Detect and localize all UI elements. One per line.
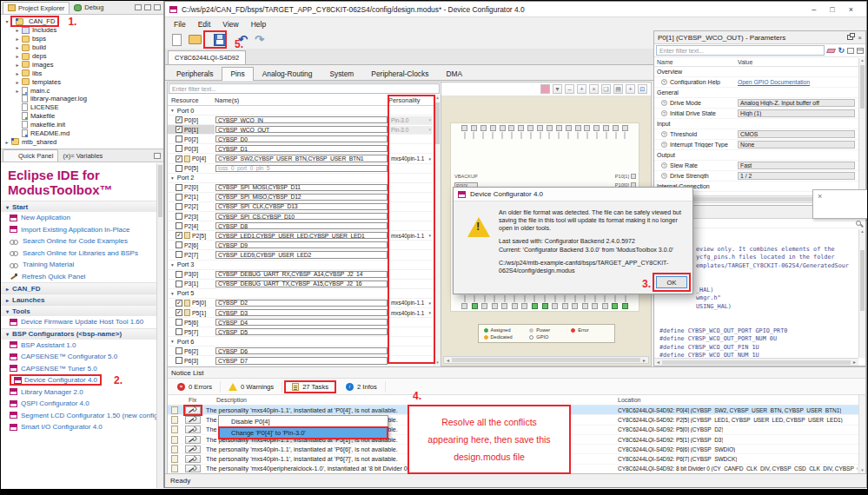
pin-name-input[interactable]: CYBSP_SPI_MOSI,CYBSP_D11 xyxy=(215,184,388,191)
column-description[interactable]: Description xyxy=(216,397,247,403)
pin-row[interactable]: P0[3]CYBSP_D1 xyxy=(168,144,441,154)
package-pin[interactable] xyxy=(532,303,538,309)
package-pin[interactable] xyxy=(622,125,628,131)
quick-panel-scrollbar[interactable] xyxy=(156,163,163,488)
param-row[interactable]: ?Drive ModeAnalog High-Z. Input buffer o… xyxy=(654,98,865,109)
package-pin[interactable] xyxy=(603,125,609,131)
package-pin[interactable] xyxy=(471,125,477,131)
checkbox-icon[interactable]: ✓ xyxy=(176,155,182,162)
param-value-box[interactable]: High (1) xyxy=(738,109,855,117)
pin-row[interactable]: P5[6]CYBSP_D4 xyxy=(168,318,441,327)
fix-wrench-button[interactable] xyxy=(185,455,201,463)
pin-name-input[interactable]: CYBSP_D1 xyxy=(215,145,388,152)
package-pin[interactable] xyxy=(572,303,578,309)
expand-arrow-icon[interactable]: ▸ xyxy=(14,36,21,42)
help-icon[interactable]: ? xyxy=(661,173,667,179)
param-value-box[interactable]: Fast xyxy=(738,162,855,169)
context-menu-item[interactable]: Disable P0[4] xyxy=(219,416,388,427)
pin-row[interactable]: ✓P2[5]CYBSP_LED1,CYBSP_USER_LED,CYBSP_US… xyxy=(168,231,441,241)
tree-item[interactable]: ▸main.c xyxy=(1,86,163,95)
pin-row[interactable]: ✓P5[1]CYBSP_D3mxs40pin-1.1▾ xyxy=(168,308,441,318)
package-pin[interactable] xyxy=(521,303,527,309)
quick-panel-item[interactable]: QSPI Configurator 4.0 xyxy=(1,398,156,410)
pin-name-input[interactable]: CYBSP_LED9,CYBSP_USER_LED2 xyxy=(215,251,388,258)
pin-name-input[interactable]: CYBSP_SPI_CLK,CYBSP_D13 xyxy=(215,203,388,210)
quick-panel-item[interactable]: Device Configurator 4.02. xyxy=(1,374,156,386)
checkbox-icon[interactable] xyxy=(176,328,182,335)
code-hscrollbar[interactable]: ◄► xyxy=(654,358,858,366)
copy-icon[interactable]: ❏ xyxy=(601,84,611,94)
column-location[interactable]: Location xyxy=(618,397,640,403)
checkbox-icon[interactable]: ✓ xyxy=(176,232,182,239)
filter-icon[interactable]: ▼ xyxy=(553,84,562,94)
pin-row[interactable]: P2[1]CYBSP_SPI_MISO,CYBSP_D12 xyxy=(168,193,441,202)
minimize-button[interactable]: – xyxy=(812,5,816,14)
tab--x-variables[interactable]: (x)= Variables xyxy=(58,150,107,162)
pin-name-input[interactable]: CYBSP_D0 xyxy=(215,135,388,142)
package-pin[interactable] xyxy=(556,125,562,131)
pin-name-input[interactable]: CYBSP_D5 xyxy=(215,328,388,335)
quick-panel-item[interactable]: Segment LCD Configurator 1.50 (new confi… xyxy=(1,410,156,422)
checkbox-icon[interactable] xyxy=(176,213,182,220)
menu-help[interactable]: Help xyxy=(245,19,272,30)
param-row[interactable]: ?Drive Strength1 / 2 xyxy=(654,171,865,182)
checkbox-icon[interactable] xyxy=(176,319,182,326)
close-button[interactable]: × xyxy=(849,5,853,14)
package-pin[interactable] xyxy=(552,303,558,309)
pin-row[interactable]: P3[1]CYBSP_DEBUG_UART_TX,CYBSP_A15,CYBSP… xyxy=(168,280,441,289)
quick-panel-item[interactable]: BSP Assistant 1.0 xyxy=(1,340,156,352)
expand-arrow-icon[interactable]: ▸ xyxy=(14,27,21,33)
package-pin[interactable] xyxy=(501,303,507,309)
tree-item[interactable]: makefile.init xyxy=(1,121,163,129)
checkbox-icon[interactable] xyxy=(176,241,182,248)
fix-wrench-button[interactable] xyxy=(185,416,201,424)
tree-item[interactable]: ▸bsps xyxy=(1,35,163,43)
pin-name-input[interactable]: CYBSP_SW2,CYBSP_USER_BTN,CYBSP_USER_BTN1 xyxy=(215,155,388,162)
expand-arrow-icon[interactable]: ▸ xyxy=(14,79,21,85)
eraser-icon[interactable] xyxy=(827,49,837,53)
collapse-arrow-icon[interactable]: ▾ xyxy=(171,175,174,181)
package-pin[interactable] xyxy=(512,303,518,309)
help-icon[interactable]: ? xyxy=(661,131,667,137)
package-pin[interactable] xyxy=(592,303,598,309)
section-header-launches[interactable]: ▸Launches xyxy=(1,294,156,305)
section-header-can-fd[interactable]: ▸CAN_FD xyxy=(1,282,156,294)
tree-item[interactable]: library-manager.log xyxy=(1,95,163,103)
pin-row[interactable]: ✓P0[0]CYBSP_WCO_INPin-3.0▾ xyxy=(168,116,441,125)
package-pin[interactable] xyxy=(518,125,524,131)
tree-item[interactable]: ▸images xyxy=(1,60,163,69)
param-row[interactable]: ?ThresholdCMOS xyxy=(654,129,865,140)
tree-item[interactable]: ▸mtb_shared xyxy=(1,137,163,146)
package-pin[interactable] xyxy=(472,303,478,309)
checkbox-icon[interactable] xyxy=(176,194,182,201)
column-name[interactable]: Name xyxy=(654,59,738,65)
float-panel-icon[interactable] xyxy=(847,35,853,40)
info-counter-button[interactable]: i2 Infos xyxy=(338,381,386,393)
pin-name-input[interactable]: CYBSP_D4 xyxy=(215,319,388,326)
menu-view[interactable]: View xyxy=(216,19,244,30)
help-icon[interactable]: ? xyxy=(661,162,667,168)
collapse-icon[interactable]: – xyxy=(565,84,574,94)
package-pin[interactable] xyxy=(602,303,608,309)
package-pin[interactable] xyxy=(547,125,553,131)
package-pin[interactable] xyxy=(481,303,487,309)
quick-panel-item[interactable]: CAPSENSE™ Configurator 5.0 xyxy=(1,351,156,363)
refresh-icon[interactable]: ↻ xyxy=(838,46,845,55)
expand-arrow-icon[interactable]: ▸ xyxy=(14,88,21,94)
pin-row[interactable]: P2[7]CYBSP_LED9,CYBSP_USER_LED2 xyxy=(168,250,441,260)
tab-project-explorer[interactable]: Project Explorer xyxy=(3,2,70,14)
fix-wrench-button[interactable] xyxy=(185,465,201,472)
package-pin[interactable] xyxy=(584,125,590,131)
tab-analog-routing[interactable]: Analog-Routing xyxy=(254,67,321,80)
expand-arrow-icon[interactable]: ▸ xyxy=(3,139,10,145)
package-pin[interactable] xyxy=(566,125,572,131)
error-counter-button[interactable]: ×0 Errors xyxy=(169,381,221,393)
pin-row[interactable]: P6[2]CYBSP_D6 xyxy=(168,346,441,356)
diagram-hscrollbar[interactable]: ◄► xyxy=(443,356,649,364)
param-value-box[interactable]: 1 / 2 xyxy=(738,172,855,180)
tab-debug[interactable]: Debug xyxy=(70,2,108,13)
package-pin[interactable] xyxy=(613,125,619,131)
help-icon[interactable]: ? xyxy=(661,142,667,148)
pin-row[interactable]: P2[0]CYBSP_SPI_MOSI,CYBSP_D11 xyxy=(168,183,441,193)
tree-item[interactable]: README.md xyxy=(1,129,163,138)
